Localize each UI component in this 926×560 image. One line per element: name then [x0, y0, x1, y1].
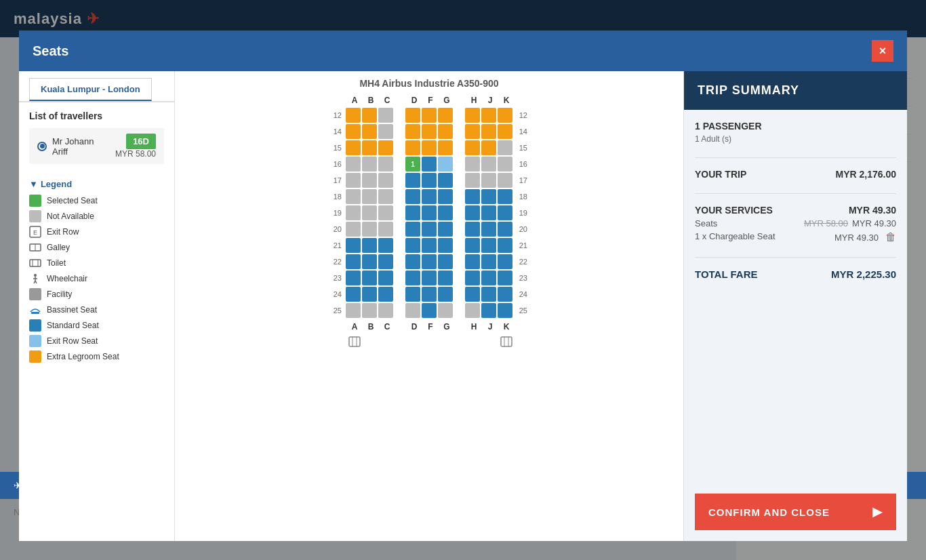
seat-21K[interactable]: [498, 238, 512, 253]
seat-12H[interactable]: [465, 108, 480, 123]
seat-12K[interactable]: [498, 108, 512, 123]
seat-20K[interactable]: [498, 222, 512, 237]
seat-21C[interactable]: [378, 238, 393, 253]
seat-23C[interactable]: [378, 271, 393, 285]
traveller-radio[interactable]: [37, 142, 47, 151]
seat-20D[interactable]: [405, 222, 420, 237]
seat-23J[interactable]: [481, 271, 496, 285]
seat-23B[interactable]: [362, 271, 377, 285]
seat-14J[interactable]: [481, 124, 496, 139]
seat-16G[interactable]: [438, 157, 453, 172]
seat-19D[interactable]: [405, 205, 420, 220]
seat-17F[interactable]: [422, 173, 437, 188]
seat-25K[interactable]: [498, 303, 512, 318]
seat-24J[interactable]: [481, 287, 496, 302]
seat-23G[interactable]: [438, 271, 453, 285]
seat-14G[interactable]: [438, 124, 453, 139]
seat-18K[interactable]: [498, 189, 512, 204]
legend-toggle[interactable]: ▼ Legend: [29, 179, 164, 189]
row-num-21: 21: [328, 241, 344, 249]
seat-22C[interactable]: [378, 254, 393, 269]
seat-14F[interactable]: [422, 124, 437, 139]
seat-20H[interactable]: [465, 222, 480, 237]
seat-22F[interactable]: [422, 254, 437, 269]
seat-17K: [498, 173, 512, 188]
seat-18G[interactable]: [438, 189, 453, 204]
seat-19F[interactable]: [422, 205, 437, 220]
seat-21H[interactable]: [465, 238, 480, 253]
seat-23K[interactable]: [498, 271, 512, 285]
row-num-16: 16: [328, 160, 344, 168]
confirm-close-button[interactable]: CONFIRM AND CLOSE ▶: [695, 494, 896, 530]
seat-17D[interactable]: [405, 173, 420, 188]
seat-21F[interactable]: [422, 238, 437, 253]
seat-12J[interactable]: [481, 108, 496, 123]
seat-20J[interactable]: [481, 222, 496, 237]
seat-24D[interactable]: [405, 287, 420, 302]
seat-12B[interactable]: [362, 108, 377, 123]
seat-22A[interactable]: [346, 254, 361, 269]
seat-14K[interactable]: [498, 124, 512, 139]
seat-15G[interactable]: [438, 140, 453, 155]
seat-15J[interactable]: [481, 140, 496, 155]
seat-24A[interactable]: [346, 287, 361, 302]
seat-19H[interactable]: [465, 205, 480, 220]
close-button[interactable]: ×: [872, 40, 893, 62]
seat-23F[interactable]: [422, 271, 437, 285]
seat-16D[interactable]: 1: [405, 157, 420, 172]
seat-15B[interactable]: [362, 140, 377, 155]
seat-24G[interactable]: [438, 287, 453, 302]
seat-15D[interactable]: [405, 140, 420, 155]
seat-19K[interactable]: [498, 205, 512, 220]
tab-kualalumpur-london[interactable]: Kuala Lumpur - London: [29, 78, 152, 101]
seat-17G[interactable]: [438, 173, 453, 188]
seat-15C[interactable]: [378, 140, 393, 155]
seat-14A[interactable]: [346, 124, 361, 139]
seat-22D[interactable]: [405, 254, 420, 269]
seat-12F[interactable]: [422, 108, 437, 123]
seat-14H[interactable]: [465, 124, 480, 139]
seat-21B[interactable]: [362, 238, 377, 253]
seats-modal: Seats × Kuala Lumpur - London List of tr…: [19, 31, 907, 541]
seat-15A[interactable]: [346, 140, 361, 155]
seat-20F[interactable]: [422, 222, 437, 237]
seat-22B[interactable]: [362, 254, 377, 269]
seat-25J[interactable]: [481, 303, 496, 318]
seat-22H[interactable]: [465, 254, 480, 269]
seat-21J[interactable]: [481, 238, 496, 253]
seat-23H[interactable]: [465, 271, 480, 285]
seat-22J[interactable]: [481, 254, 496, 269]
wheelchair-icon: [29, 273, 41, 285]
seat-22G[interactable]: [438, 254, 453, 269]
table-row: 15 15: [328, 140, 530, 155]
seat-21A[interactable]: [346, 238, 361, 253]
seat-18H[interactable]: [465, 189, 480, 204]
seat-14D[interactable]: [405, 124, 420, 139]
seat-20G[interactable]: [438, 222, 453, 237]
seat-21G[interactable]: [438, 238, 453, 253]
seat-18J[interactable]: [481, 189, 496, 204]
seat-14B[interactable]: [362, 124, 377, 139]
seat-24B[interactable]: [362, 287, 377, 302]
seat-12A[interactable]: [346, 108, 361, 123]
seat-15H[interactable]: [465, 140, 480, 155]
seat-24F[interactable]: [422, 287, 437, 302]
delete-chargeable-icon[interactable]: 🗑: [885, 231, 896, 243]
seat-15F[interactable]: [422, 140, 437, 155]
seat-23A[interactable]: [346, 271, 361, 285]
seat-18F[interactable]: [422, 189, 437, 204]
seat-19J[interactable]: [481, 205, 496, 220]
seat-21D[interactable]: [405, 238, 420, 253]
seat-25F[interactable]: [422, 303, 437, 318]
seat-24H[interactable]: [465, 287, 480, 302]
seat-24C[interactable]: [378, 287, 393, 302]
seat-23D[interactable]: [405, 271, 420, 285]
seat-12G[interactable]: [438, 108, 453, 123]
your-services-value: MYR 49.30: [849, 205, 896, 216]
seat-16F[interactable]: [422, 157, 437, 172]
seat-24K[interactable]: [498, 287, 512, 302]
seat-22K[interactable]: [498, 254, 512, 269]
seat-12D[interactable]: [405, 108, 420, 123]
seat-19G[interactable]: [438, 205, 453, 220]
seat-18D[interactable]: [405, 189, 420, 204]
